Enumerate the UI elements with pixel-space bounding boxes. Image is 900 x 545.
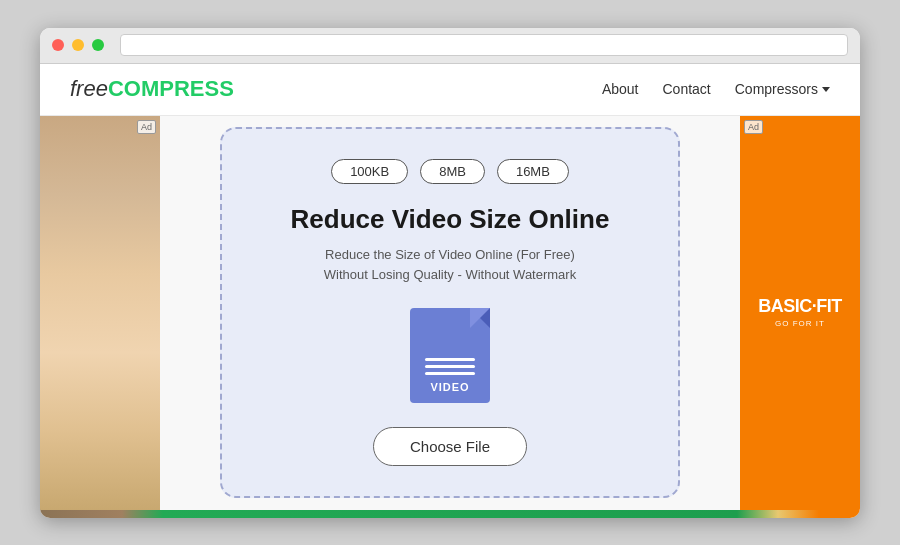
main-content: Ad 100KB 8MB 16MB Reduce Video Size Onli… — [40, 116, 860, 510]
size-8mb-button[interactable]: 8MB — [420, 159, 485, 184]
ad-badge-right: Ad — [744, 120, 763, 134]
subtitle-line2: Without Losing Quality - Without Waterma… — [324, 267, 576, 282]
video-file-icon: VIDEO — [410, 308, 490, 403]
maximize-button[interactable] — [92, 39, 104, 51]
video-line-1 — [425, 358, 475, 361]
nav-contact[interactable]: Contact — [663, 81, 711, 97]
bottom-strip — [40, 510, 860, 518]
nav-links: About Contact Compressors — [602, 81, 830, 97]
minimize-button[interactable] — [72, 39, 84, 51]
ad-left: Ad — [40, 116, 160, 510]
chevron-down-icon — [822, 87, 830, 92]
browser-window: freeCOMPRESS About Contact Compressors A… — [40, 28, 860, 518]
nav-compressors[interactable]: Compressors — [735, 81, 830, 97]
woman-figure — [40, 116, 160, 510]
size-16mb-button[interactable]: 16MB — [497, 159, 569, 184]
video-lines — [425, 358, 475, 375]
upload-box: 100KB 8MB 16MB Reduce Video Size Online … — [220, 127, 680, 498]
title-bar — [40, 28, 860, 64]
address-bar[interactable] — [120, 34, 848, 56]
close-button[interactable] — [52, 39, 64, 51]
logo: freeCOMPRESS — [70, 76, 602, 102]
video-label: VIDEO — [430, 381, 469, 393]
video-icon-container: VIDEO — [410, 308, 490, 403]
subtitle-line1: Reduce the Size of Video Online (For Fre… — [325, 247, 575, 262]
subtitle: Reduce the Size of Video Online (For Fre… — [324, 245, 576, 284]
nav-compressors-label: Compressors — [735, 81, 818, 97]
navbar: freeCOMPRESS About Contact Compressors — [40, 64, 860, 116]
logo-compress: COMPRESS — [108, 76, 234, 101]
ad-right: Ad BASIC·FIT GO FOR IT — [740, 116, 860, 510]
nav-about[interactable]: About — [602, 81, 639, 97]
basic-fit-tagline: GO FOR IT — [775, 319, 825, 328]
choose-file-button[interactable]: Choose File — [373, 427, 527, 466]
main-title: Reduce Video Size Online — [291, 204, 610, 235]
ad-badge-left: Ad — [137, 120, 156, 134]
video-line-2 — [425, 365, 475, 368]
video-line-3 — [425, 372, 475, 375]
basic-fit-name: BASIC·FIT — [758, 297, 842, 317]
size-buttons: 100KB 8MB 16MB — [331, 159, 569, 184]
size-100kb-button[interactable]: 100KB — [331, 159, 408, 184]
ad-left-image — [40, 116, 160, 510]
center-content: 100KB 8MB 16MB Reduce Video Size Online … — [160, 116, 740, 510]
basic-fit-logo: BASIC·FIT — [758, 297, 842, 317]
logo-free: free — [70, 76, 108, 101]
